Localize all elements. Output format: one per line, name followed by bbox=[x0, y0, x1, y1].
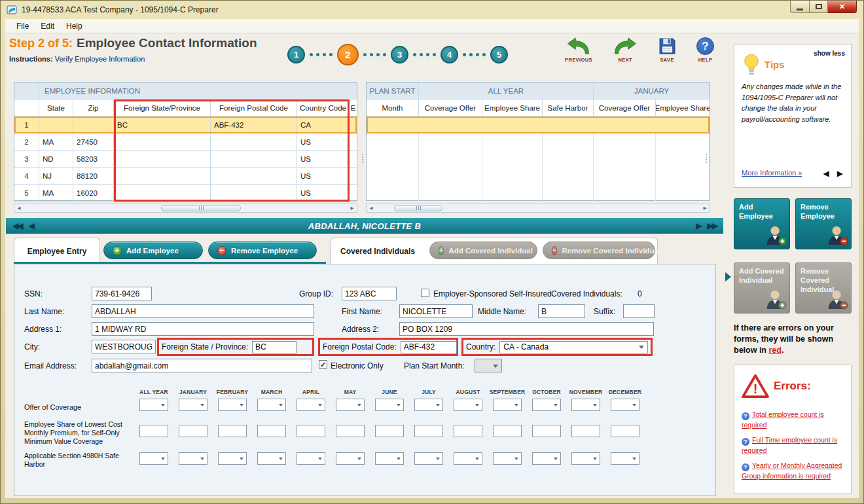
column-header-foreign-postal[interactable]: Foreign Postal Code bbox=[211, 99, 297, 117]
next-record-icon[interactable]: ▶ bbox=[696, 221, 700, 230]
employee-grid-cell[interactable] bbox=[211, 168, 297, 185]
employee-grid-cell[interactable] bbox=[350, 151, 357, 168]
coverage-grid-hscrollbar[interactable]: ◀ ▶ bbox=[366, 204, 710, 213]
step-1-indicator[interactable]: 1 bbox=[287, 46, 305, 63]
employee-grid-cell[interactable]: 88120 bbox=[73, 168, 114, 185]
scroll-left-icon[interactable]: ◀ bbox=[14, 204, 24, 212]
column-header-state[interactable]: State bbox=[39, 99, 73, 117]
employee-grid-hscrollbar[interactable]: ◀ ▶ bbox=[14, 204, 357, 213]
first-record-icon[interactable]: ◀◀ bbox=[12, 221, 22, 230]
offer-of-coverage-select[interactable] bbox=[179, 399, 207, 411]
column-header[interactable] bbox=[14, 99, 39, 117]
add-covered-individual-button[interactable]: Add Covered Individual bbox=[429, 242, 537, 259]
employee-grid-cell[interactable]: US bbox=[297, 185, 350, 202]
foreign-postal-field[interactable] bbox=[401, 341, 457, 353]
sidebar-add-employee-button[interactable]: Add Employee bbox=[734, 198, 790, 249]
offer-of-coverage-select[interactable] bbox=[493, 399, 522, 411]
next-button[interactable]: NEXT bbox=[613, 37, 638, 63]
offer-of-coverage-select[interactable] bbox=[454, 399, 482, 411]
self-insured-checkbox[interactable] bbox=[421, 289, 429, 297]
sidebar-remove-employee-button[interactable]: Remove Employee bbox=[795, 198, 852, 249]
column-header-employee-share[interactable]: Employee Share bbox=[482, 99, 543, 117]
country-select[interactable]: CA - Canada bbox=[499, 341, 648, 353]
email-field[interactable] bbox=[92, 359, 312, 372]
employee-grid-cell[interactable] bbox=[114, 168, 211, 185]
selected-coverage-row[interactable] bbox=[367, 117, 710, 134]
offer-of-coverage-select[interactable] bbox=[414, 399, 443, 411]
employee-grid-cell[interactable] bbox=[350, 117, 357, 134]
safe-harbor-select[interactable] bbox=[532, 452, 561, 465]
last-record-icon[interactable]: ▶▶ bbox=[708, 221, 717, 230]
row-number[interactable]: 5 bbox=[14, 185, 39, 202]
employee-grid-cell[interactable] bbox=[114, 134, 211, 151]
tab-employee-entry[interactable]: Employee Entry bbox=[14, 238, 100, 264]
employee-grid-cell[interactable]: ND bbox=[39, 151, 73, 168]
maximize-button[interactable] bbox=[810, 1, 828, 13]
row-number[interactable]: 4 bbox=[14, 168, 39, 185]
group-id-field[interactable] bbox=[342, 287, 397, 300]
scroll-track[interactable] bbox=[24, 204, 348, 212]
employee-grid-cell[interactable] bbox=[350, 134, 357, 151]
city-field[interactable] bbox=[92, 340, 156, 353]
add-employee-button[interactable]: Add Employee bbox=[103, 242, 203, 259]
column-header-country-code[interactable]: Country Code bbox=[297, 99, 350, 117]
offer-of-coverage-select[interactable] bbox=[297, 399, 325, 411]
offer-of-coverage-select[interactable] bbox=[375, 399, 404, 411]
safe-harbor-select[interactable] bbox=[179, 452, 207, 465]
minimize-button[interactable] bbox=[790, 1, 810, 13]
safe-harbor-select[interactable] bbox=[218, 452, 247, 465]
suffix-field[interactable] bbox=[623, 304, 655, 318]
remove-covered-individual-button[interactable]: Remove Covered Individual bbox=[543, 242, 655, 259]
offer-of-coverage-select[interactable] bbox=[139, 399, 168, 411]
employee-share-input[interactable] bbox=[611, 425, 639, 437]
column-header-coverage-offer[interactable]: Coverage Offer bbox=[419, 99, 482, 117]
last-name-field[interactable] bbox=[92, 304, 314, 318]
row-number[interactable]: 3 bbox=[14, 151, 39, 168]
safe-harbor-select[interactable] bbox=[375, 452, 404, 465]
employee-grid-cell[interactable]: 27450 bbox=[73, 134, 114, 151]
employee-grid-row[interactable]: 2MA27450US bbox=[14, 134, 357, 151]
address1-field[interactable] bbox=[92, 322, 314, 336]
employee-grid-cell[interactable] bbox=[114, 151, 211, 168]
employee-share-input[interactable] bbox=[336, 425, 365, 437]
employee-share-input[interactable] bbox=[218, 425, 247, 437]
employee-grid-cell[interactable]: CA bbox=[297, 117, 350, 134]
employee-grid-cell[interactable]: 58203 bbox=[73, 151, 114, 168]
safe-harbor-select[interactable] bbox=[336, 452, 365, 465]
coverage-grid-scroll-grip[interactable] bbox=[703, 116, 709, 201]
employee-share-input[interactable] bbox=[414, 425, 443, 437]
employee-grid-cell[interactable]: US bbox=[297, 151, 350, 168]
employee-grid-cell[interactable] bbox=[73, 117, 114, 134]
ssn-field[interactable] bbox=[92, 287, 152, 300]
employee-grid-cell[interactable] bbox=[350, 185, 357, 202]
employee-grid-cell[interactable]: 16020 bbox=[73, 185, 114, 202]
help-button[interactable]: ? HELP bbox=[696, 37, 714, 63]
scroll-right-icon[interactable]: ▶ bbox=[348, 204, 357, 212]
save-button[interactable]: SAVE bbox=[658, 37, 676, 63]
employee-share-input[interactable] bbox=[257, 425, 286, 437]
safe-harbor-select[interactable] bbox=[611, 452, 639, 465]
scroll-thumb[interactable] bbox=[161, 205, 241, 211]
employee-grid-cell[interactable] bbox=[211, 151, 297, 168]
safe-harbor-select[interactable] bbox=[257, 452, 286, 465]
employee-grid-cell[interactable]: NJ bbox=[39, 168, 73, 185]
row-number[interactable]: 1 bbox=[14, 117, 39, 134]
column-header-coverage-offer-jan[interactable]: Coverage Offer bbox=[594, 99, 656, 117]
employee-grid-row[interactable]: 1BCABF-432CA bbox=[14, 117, 357, 134]
employee-grid-cell[interactable]: MA bbox=[39, 185, 73, 202]
employee-grid-cell[interactable] bbox=[211, 185, 297, 202]
offer-of-coverage-select[interactable] bbox=[218, 399, 247, 411]
previous-button[interactable]: PREVIOUS bbox=[565, 37, 592, 63]
grid-splitter[interactable] bbox=[359, 116, 365, 201]
offer-of-coverage-select[interactable] bbox=[257, 399, 286, 411]
employee-grid-row[interactable]: 3ND58203US bbox=[14, 151, 357, 168]
offer-of-coverage-select[interactable] bbox=[336, 399, 365, 411]
employee-share-input[interactable] bbox=[139, 425, 168, 437]
safe-harbor-select[interactable] bbox=[493, 452, 522, 465]
scroll-thumb[interactable] bbox=[394, 205, 442, 211]
employee-grid-cell[interactable] bbox=[211, 134, 297, 151]
foreign-state-field[interactable] bbox=[252, 341, 297, 353]
employee-grid-row[interactable]: 4NJ88120US bbox=[14, 168, 357, 185]
address2-field[interactable] bbox=[399, 322, 654, 336]
scroll-track[interactable] bbox=[376, 204, 700, 212]
